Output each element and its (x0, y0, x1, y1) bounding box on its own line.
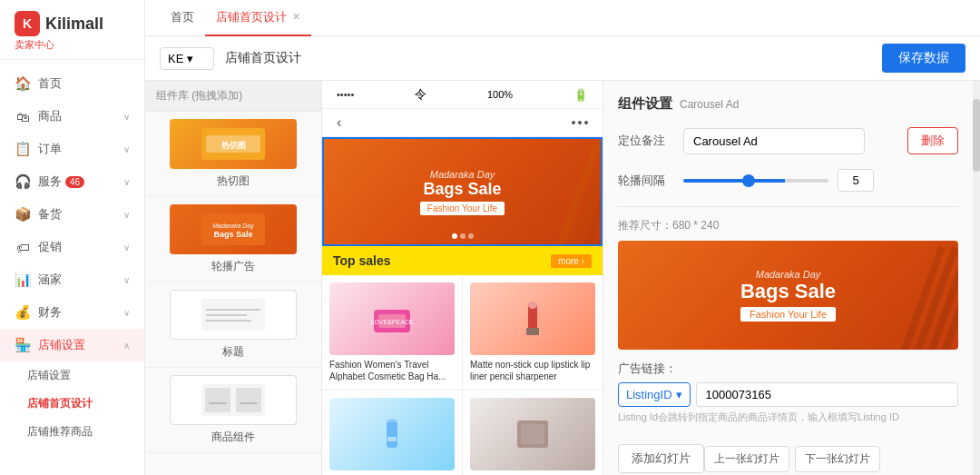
svg-text:Madaraka Day: Madaraka Day (212, 223, 254, 230)
product-item[interactable] (463, 391, 603, 475)
sidebar-item-store-settings[interactable]: 🏪 店铺设置 ∧ (0, 329, 144, 361)
phone-menu-dots[interactable] (572, 121, 588, 124)
sidebar-item-stock[interactable]: 📦 备货 ∨ (0, 198, 144, 231)
scrollbar[interactable] (973, 81, 980, 475)
sidebar-item-label: 促销 (38, 239, 62, 255)
sidebar-item-label: 商品 (38, 108, 62, 124)
more-button[interactable]: more › (551, 254, 592, 268)
finance-icon: 📊 (15, 272, 31, 288)
sidebar-item-home[interactable]: 🏠 首页 (0, 67, 144, 100)
phone-content-area: Madaraka Day Bags Sale Fashion Your Life (322, 137, 603, 475)
sub-nav-store-design[interactable]: 店铺首页设计 (27, 390, 144, 418)
chevron-up-icon: ∧ (123, 341, 130, 351)
tab-close-icon[interactable]: ✕ (292, 11, 300, 23)
ad-link-label: 广告链接： (618, 361, 958, 377)
panel-subtitle: Carousel Ad (680, 98, 739, 111)
scrollbar-thumb[interactable] (973, 99, 980, 172)
product-image (329, 398, 455, 470)
interval-slider[interactable] (683, 179, 828, 183)
dropdown-icon: ▾ (187, 52, 193, 65)
preview-subtitle: Madaraka Day (740, 269, 836, 280)
svg-rect-23 (387, 437, 397, 441)
nav-arrows: 上一张幻灯片 下一张幻灯片 (704, 446, 880, 472)
store-sub-nav: 店铺设置 店铺首页设计 店铺推荐商品 (0, 361, 144, 446)
svg-rect-19 (526, 328, 539, 335)
comp-hotcut-thumb: 热切图 (170, 119, 297, 169)
sidebar: K Kilimall 卖家中心 🏠 首页 🛍 商品 ∨ 📋 订单 ∨ 🎧 服务 … (0, 0, 145, 475)
phone-nav-bar: ‹ (322, 109, 603, 137)
sub-nav-store-config[interactable]: 店铺设置 (27, 361, 144, 390)
sidebar-item-service[interactable]: 🎧 服务 46 ∨ (0, 165, 144, 198)
comp-carousel[interactable]: Madaraka Day Bags Sale 轮播广告 (145, 197, 321, 282)
product-image (470, 282, 595, 355)
listing-id-input[interactable] (696, 382, 958, 407)
back-icon[interactable]: ‹ (337, 114, 341, 131)
preview-image: Madaraka Day Bags Sale Fashion Your Life (618, 241, 958, 350)
chevron-icon: ∨ (123, 275, 130, 285)
panel-title: 组件设置 (618, 95, 672, 113)
svg-text:热切图: 热切图 (220, 141, 246, 150)
position-input[interactable] (683, 128, 865, 154)
next-slide-button[interactable]: 下一张幻灯片 (795, 446, 880, 472)
battery-icon: 🔋 (573, 88, 588, 102)
page-title: 店铺首页设计 (225, 50, 301, 66)
svg-rect-13 (209, 402, 227, 404)
phone-status-bar: ••••• 令 100% 🔋 (322, 81, 603, 109)
add-slide-button[interactable]: 添加幻灯片 (618, 444, 704, 473)
sidebar-item-promotion[interactable]: 🏷 促销 ∨ (0, 231, 144, 263)
svg-point-20 (528, 302, 537, 309)
toolbar: KE ▾ 店铺首页设计 保存数据 (145, 36, 980, 81)
comp-marquee-thumb (170, 290, 297, 340)
settings-panel: 组件设置 Carousel Ad 定位备注 删除 轮播间隔 5 推荐尺寸：680… (603, 81, 973, 475)
listing-type-select[interactable]: ListingID ▾ (618, 382, 691, 407)
orders-icon: 📋 (15, 141, 31, 157)
panel-header: 组件设置 Carousel Ad (618, 95, 958, 113)
stock-icon: 📦 (15, 206, 31, 223)
sidebar-item-label: 订单 (38, 141, 62, 157)
comp-products-label: 商品组件 (211, 430, 255, 445)
region-selector[interactable]: KE ▾ (160, 47, 214, 70)
sidebar-item-label: 服务 (38, 173, 62, 190)
home-icon: 🏠 (15, 75, 31, 92)
sub-nav-store-recommend[interactable]: 店铺推荐商品 (27, 418, 144, 446)
carousel-banner[interactable]: Madaraka Day Bags Sale Fashion Your Life (322, 137, 603, 246)
sidebar-item-label: 涵家 (38, 272, 62, 288)
logo-name: Kilimall (45, 15, 103, 34)
product-item[interactable] (322, 391, 462, 475)
product-item[interactable]: LOVE&PEACE Fashion Women's Travel Alphab… (322, 275, 462, 390)
comp-hotcut[interactable]: 热切图 热切图 (145, 112, 321, 197)
svg-rect-22 (387, 422, 397, 448)
preview-content: Madaraka Day Bags Sale Fashion Your Life (740, 269, 836, 322)
prev-slide-button[interactable]: 上一张幻灯片 (704, 446, 789, 472)
product-item[interactable]: Matte non-stick cup lipstick lip liner p… (463, 275, 603, 390)
sidebar-item-label: 首页 (38, 75, 62, 92)
comp-products[interactable]: 商品组件 (145, 368, 321, 453)
interval-value-input[interactable]: 5 (838, 169, 874, 192)
sidebar-item-label: 财务 (38, 304, 62, 321)
comp-products-thumb (170, 375, 297, 425)
product-image: LOVE&PEACE (329, 282, 455, 355)
comp-marquee[interactable]: 标题 (145, 282, 321, 368)
main-area: 首页 店铺首页设计 ✕ KE ▾ 店铺首页设计 保存数据 组件库 (拖拽添加) … (145, 0, 980, 475)
svg-rect-25 (521, 424, 544, 444)
save-button[interactable]: 保存数据 (882, 44, 965, 73)
sidebar-item-products[interactable]: 🛍 商品 ∨ (0, 100, 144, 133)
tab-store-design[interactable]: 店铺首页设计 ✕ (205, 0, 311, 36)
sidebar-navigation: 🏠 首页 🛍 商品 ∨ 📋 订单 ∨ 🎧 服务 46 ∨ 📦 备货 ∨ 🏷 促销… (0, 60, 144, 475)
region-value: KE (168, 52, 183, 65)
sidebar-item-orders[interactable]: 📋 订单 ∨ (0, 133, 144, 165)
tab-home[interactable]: 首页 (160, 0, 205, 36)
sidebar-item-accounting[interactable]: 💰 财务 ∨ (0, 296, 144, 329)
position-label: 定位备注 (618, 133, 672, 149)
promotion-icon: 🏷 (15, 239, 31, 255)
divider (618, 206, 958, 207)
svg-text:Bags Sale: Bags Sale (213, 230, 252, 239)
sidebar-item-finance[interactable]: 📊 涵家 ∨ (0, 263, 144, 296)
chevron-icon: ∨ (123, 210, 130, 220)
delete-button[interactable]: 删除 (907, 127, 958, 154)
logo-area: K Kilimall 卖家中心 (0, 0, 144, 60)
svg-text:LOVE&PEACE: LOVE&PEACE (370, 319, 413, 325)
banner-title: Bags Sale (420, 180, 505, 199)
products-grid: LOVE&PEACE Fashion Women's Travel Alphab… (322, 275, 603, 475)
tab-label: 首页 (171, 9, 194, 25)
